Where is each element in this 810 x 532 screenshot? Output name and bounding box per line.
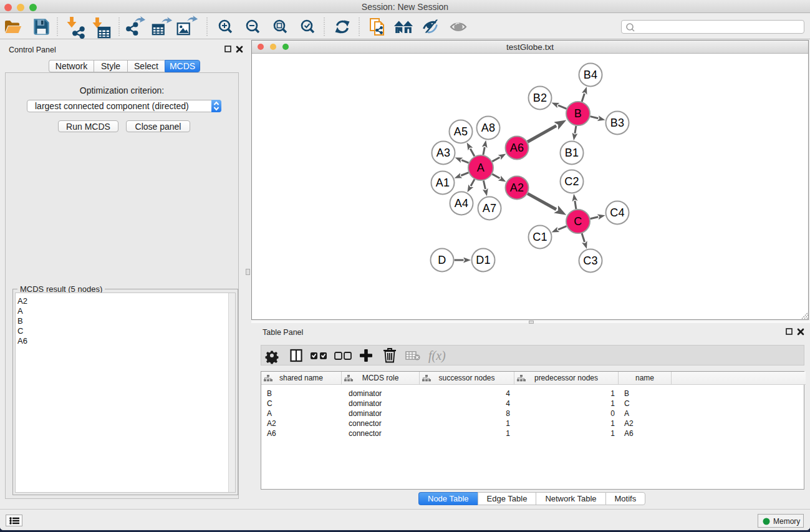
svg-text:A5: A5 [454, 125, 468, 138]
svg-text:A: A [477, 162, 485, 174]
svg-text:D: D [438, 254, 446, 266]
svg-text:A6: A6 [510, 142, 524, 154]
svg-text:C1: C1 [533, 231, 547, 243]
svg-text:B2: B2 [533, 92, 547, 104]
svg-text:A3: A3 [436, 147, 451, 159]
svg-text:D1: D1 [476, 254, 491, 266]
svg-text:A1: A1 [436, 177, 450, 189]
svg-text:B4: B4 [584, 69, 598, 81]
svg-text:C: C [574, 215, 582, 228]
svg-text:f(x): f(x) [428, 349, 446, 363]
svg-text:B3: B3 [610, 117, 625, 129]
svg-text:B: B [574, 107, 582, 120]
svg-text:A2: A2 [510, 181, 524, 194]
svg-text:C2: C2 [564, 175, 579, 188]
svg-text:A7: A7 [483, 202, 497, 215]
svg-text:C4: C4 [610, 206, 625, 219]
svg-text:B1: B1 [565, 147, 579, 159]
svg-text:C3: C3 [583, 254, 598, 267]
svg-text:A8: A8 [481, 122, 496, 134]
svg-text:A4: A4 [455, 197, 469, 210]
